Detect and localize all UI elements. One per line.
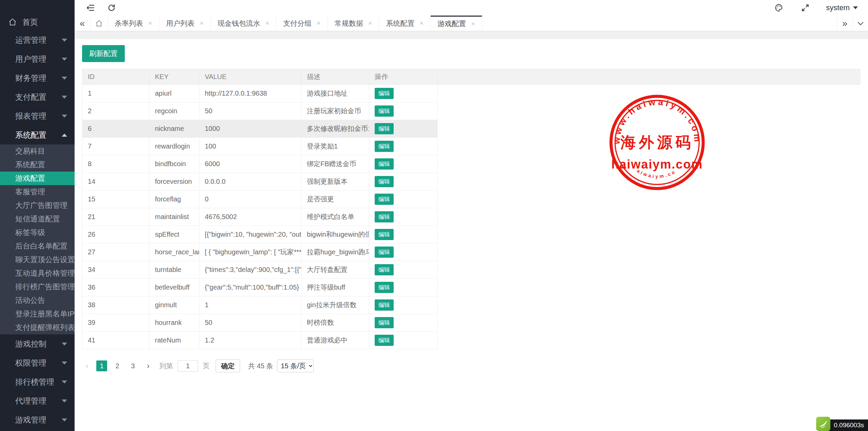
close-icon[interactable]: × bbox=[368, 19, 372, 27]
username: system bbox=[826, 3, 850, 12]
tab[interactable]: 用户列表 × bbox=[159, 16, 211, 31]
cell-filler bbox=[438, 208, 861, 226]
tabbar: « 杀率列表 × 用户列表 × 现金钱包流水 × bbox=[75, 16, 868, 31]
edit-button[interactable]: 编辑 bbox=[375, 123, 394, 134]
edit-button[interactable]: 编辑 bbox=[375, 211, 394, 222]
cell-id: 14 bbox=[82, 173, 150, 191]
page-number-button[interactable]: 2 bbox=[112, 360, 123, 371]
edit-button[interactable]: 编辑 bbox=[375, 264, 394, 275]
tab[interactable]: 游戏配置 × bbox=[431, 16, 482, 31]
cell-key: rewardlogin bbox=[150, 138, 199, 155]
edit-button[interactable]: 编辑 bbox=[375, 282, 394, 293]
chevron-down-icon bbox=[857, 19, 863, 25]
goto-confirm-button[interactable]: 确定 bbox=[216, 359, 240, 372]
collapse-menu-button[interactable] bbox=[85, 2, 96, 14]
cell-key: forceversion bbox=[150, 173, 199, 191]
tab[interactable]: 系统配置 × bbox=[379, 16, 431, 31]
edit-button[interactable]: 编辑 bbox=[375, 229, 394, 240]
table-row: 38 ginmult 1 gin拉米升级倍数 编辑 bbox=[82, 296, 861, 314]
refresh-config-button[interactable]: 刷新配置 bbox=[82, 45, 125, 62]
tab[interactable]: 现金钱包流水 × bbox=[211, 16, 276, 31]
goto-page-input[interactable] bbox=[178, 360, 198, 372]
edit-button[interactable]: 编辑 bbox=[375, 194, 394, 205]
cell-desc: 维护模式白名单 bbox=[301, 208, 369, 226]
sidebar-submenu-item[interactable]: 后台白名单配置 bbox=[0, 239, 75, 253]
refresh-button[interactable] bbox=[106, 2, 117, 14]
cell-key: apiurl bbox=[150, 85, 199, 102]
tab[interactable]: 杀率列表 × bbox=[108, 16, 159, 31]
sidebar-item-home[interactable]: 首页 bbox=[0, 14, 75, 31]
sidebar-submenu-item[interactable]: 客服管理 bbox=[0, 185, 75, 199]
sidebar-group[interactable]: 用户管理 bbox=[0, 50, 75, 68]
tab[interactable]: 支付分组 × bbox=[276, 16, 328, 31]
sidebar-submenu-item[interactable]: 支付提醒弹框列表 bbox=[0, 321, 75, 334]
topbar-right: system bbox=[773, 2, 858, 14]
cell-desc: 时榜倍数 bbox=[301, 314, 369, 332]
close-icon[interactable]: × bbox=[200, 19, 204, 27]
tabs-scroll-left-button[interactable]: « bbox=[75, 16, 90, 31]
close-icon[interactable]: × bbox=[419, 19, 423, 27]
edit-button[interactable]: 编辑 bbox=[375, 158, 394, 170]
cell-filler bbox=[438, 138, 861, 155]
page-number-button[interactable]: 1 bbox=[96, 360, 107, 371]
sidebar-submenu-item[interactable]: 游戏配置 bbox=[0, 172, 75, 185]
sidebar-submenu-item[interactable]: 大厅广告图管理 bbox=[0, 199, 75, 212]
sidebar-group[interactable]: 权限管理 bbox=[0, 353, 75, 372]
sidebar-submenu-item[interactable]: 活动公告 bbox=[0, 294, 75, 307]
sidebar-group[interactable]: 游戏管理 bbox=[0, 410, 75, 429]
fullscreen-button[interactable] bbox=[800, 2, 811, 14]
edit-button[interactable]: 编辑 bbox=[375, 88, 394, 99]
sidebar-group[interactable]: 支付配置 bbox=[0, 87, 75, 106]
sidebar-submenu-item[interactable]: 登录注册黑名单IP bbox=[0, 307, 75, 321]
page-size-select[interactable]: 15 条/页 bbox=[277, 359, 314, 372]
sidebar-group[interactable]: 财务管理 bbox=[0, 68, 75, 87]
close-icon[interactable]: × bbox=[265, 19, 269, 27]
tab-home[interactable] bbox=[90, 16, 108, 31]
user-menu[interactable]: system bbox=[826, 3, 858, 12]
sidebar-submenu-item[interactable]: 聊天置顶公告设置 bbox=[0, 253, 75, 267]
close-icon[interactable]: × bbox=[317, 19, 321, 27]
edit-button[interactable]: 编辑 bbox=[375, 176, 394, 187]
sidebar-submenu-label: 后台白名单配置 bbox=[15, 241, 67, 251]
edit-button[interactable]: 编辑 bbox=[375, 105, 394, 117]
tab[interactable]: 常规数据 × bbox=[328, 16, 379, 31]
next-page-button[interactable]: › bbox=[143, 361, 153, 371]
cell-value: [ { "bighugewin_lamp": [ "玩家******%s赢… bbox=[199, 243, 301, 261]
theme-button[interactable] bbox=[773, 2, 785, 14]
sidebar-submenu-item[interactable]: 交易科目 bbox=[0, 144, 75, 158]
edit-button[interactable]: 编辑 bbox=[375, 317, 394, 328]
sidebar-submenu-item[interactable]: 标签等级 bbox=[0, 226, 75, 239]
sidebar-submenu-item[interactable]: 系统配置 bbox=[0, 158, 75, 172]
sidebar-group[interactable]: 游戏控制 bbox=[0, 334, 75, 353]
goto-suffix-label: 页 bbox=[203, 361, 210, 371]
page-number-button[interactable]: 3 bbox=[127, 360, 138, 371]
edit-button[interactable]: 编辑 bbox=[375, 141, 394, 152]
sidebar-group[interactable]: 代理管理 bbox=[0, 391, 75, 410]
close-icon[interactable]: × bbox=[148, 19, 152, 27]
tabs-scroll-right-button[interactable]: » bbox=[837, 16, 852, 31]
tab-label: 常规数据 bbox=[335, 19, 363, 28]
edit-button[interactable]: 编辑 bbox=[375, 335, 394, 346]
sidebar-group-label: 支付配置 bbox=[15, 92, 46, 102]
tabs-menu-button[interactable] bbox=[852, 16, 868, 31]
cell-value: 50 bbox=[199, 102, 301, 120]
sidebar-submenu-label: 系统配置 bbox=[15, 160, 45, 170]
close-icon[interactable]: × bbox=[471, 20, 475, 28]
sidebar-submenu-item[interactable]: 排行榜广告图管理 bbox=[0, 280, 75, 294]
prev-page-button[interactable]: ‹ bbox=[82, 361, 92, 371]
cell-id: 1 bbox=[82, 85, 150, 102]
sidebar-submenu-label: 登录注册黑名单IP bbox=[15, 309, 75, 319]
cell-filler bbox=[438, 261, 861, 279]
edit-button[interactable]: 编辑 bbox=[375, 247, 394, 258]
sidebar-submenu-label: 大厅广告图管理 bbox=[15, 200, 67, 211]
sidebar-submenu-item[interactable]: 互动道具价格管理 bbox=[0, 267, 75, 280]
sidebar-group-system-config[interactable]: 系统配置 bbox=[0, 125, 75, 144]
edit-button[interactable]: 编辑 bbox=[375, 299, 394, 311]
sidebar-group[interactable]: 排行榜管理 bbox=[0, 372, 75, 391]
sidebar-group[interactable]: 报表管理 bbox=[0, 106, 75, 125]
sidebar-submenu-item[interactable]: 短信通道配置 bbox=[0, 212, 75, 226]
cell-desc: 押注等级buff bbox=[301, 279, 369, 296]
chevron-down-icon bbox=[62, 342, 67, 346]
sidebar-group[interactable]: 运营管理 bbox=[0, 31, 75, 50]
cell-id: 39 bbox=[82, 314, 150, 332]
